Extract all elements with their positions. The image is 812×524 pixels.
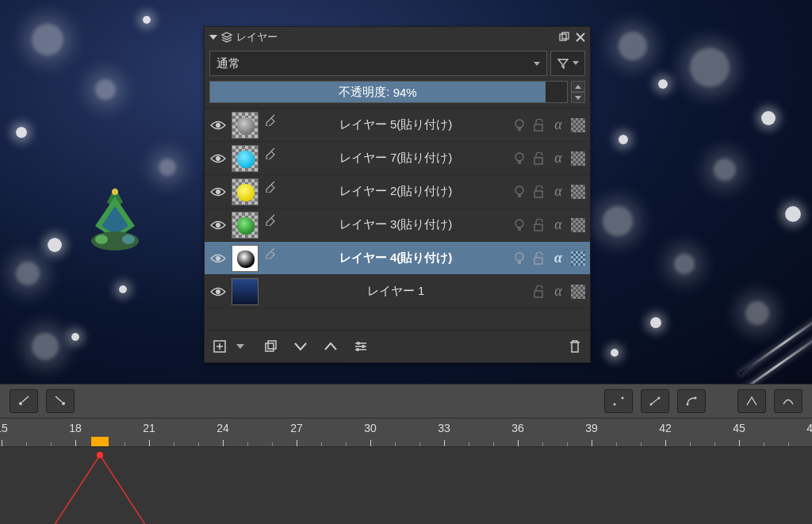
lock-toggle[interactable] xyxy=(531,218,546,232)
visibility-toggle[interactable] xyxy=(208,153,228,164)
alpha-inherit-icon[interactable] xyxy=(262,245,279,272)
close-panel-button[interactable] xyxy=(574,31,587,44)
tangent-smooth-button[interactable] xyxy=(774,389,802,413)
duplicate-layer-button[interactable] xyxy=(262,338,279,355)
alpha-inherit-icon[interactable] xyxy=(262,178,279,205)
layer-name[interactable]: レイヤー 2(貼り付け) xyxy=(279,184,512,199)
new-layer-button[interactable] xyxy=(211,338,228,355)
onion-skin-toggle[interactable] xyxy=(512,151,527,166)
layer-name[interactable]: レイヤー 1 xyxy=(279,284,512,299)
layer-select-checker[interactable] xyxy=(571,218,585,232)
onion-skin-toggle[interactable] xyxy=(512,185,527,199)
layer-name[interactable]: レイヤー 5(貼り付け) xyxy=(279,117,512,132)
alpha-lock-toggle[interactable]: α xyxy=(550,283,566,300)
svg-point-18 xyxy=(216,223,220,228)
interp-step-button[interactable] xyxy=(604,389,633,413)
alpha-lock-toggle[interactable]: α xyxy=(550,250,566,266)
blend-mode-select[interactable]: 通常 xyxy=(209,51,547,76)
onion-skin-toggle[interactable] xyxy=(512,118,527,132)
bokeh-light xyxy=(619,135,628,144)
ruler-tick-minor xyxy=(198,442,199,446)
layer-row[interactable]: レイヤー 7(貼り付け)α xyxy=(205,142,590,175)
opacity-increase-button[interactable] xyxy=(571,81,585,92)
detach-panel-button[interactable] xyxy=(558,31,571,44)
interp-bezier-button[interactable] xyxy=(677,389,706,413)
layer-row[interactable]: レイヤー 4(貼り付け)α xyxy=(205,242,590,275)
tangent-sharp-button[interactable] xyxy=(737,389,766,413)
layer-filter-button[interactable] xyxy=(550,51,585,76)
layer-select-checker[interactable] xyxy=(571,285,585,299)
visibility-toggle[interactable] xyxy=(208,120,228,131)
ruler-tick-minor xyxy=(616,442,617,446)
onion-prev-button[interactable] xyxy=(10,389,38,413)
ruler-tick-minor xyxy=(395,442,396,446)
keyframe-marker[interactable] xyxy=(97,452,103,458)
interp-linear-button[interactable] xyxy=(641,389,669,413)
ruler-tick-minor xyxy=(26,442,27,446)
lock-toggle[interactable] xyxy=(531,118,546,132)
svg-point-9 xyxy=(216,123,220,128)
layer-name[interactable]: レイヤー 3(貼り付け) xyxy=(279,217,512,232)
layer-thumbnail xyxy=(232,145,259,172)
layer-name[interactable]: レイヤー 4(貼り付け) xyxy=(279,251,512,266)
timeline-curve-area[interactable] xyxy=(0,447,812,524)
panel-footer xyxy=(205,331,590,362)
ruler-tick-minor xyxy=(764,442,764,446)
svg-rect-25 xyxy=(534,291,542,297)
layer-row[interactable]: レイヤー 5(貼り付け)α xyxy=(205,109,590,142)
onion-skin-toggle[interactable] xyxy=(512,251,527,266)
onion-next-button[interactable] xyxy=(46,389,75,413)
lock-toggle[interactable] xyxy=(531,285,546,299)
ruler-tick xyxy=(518,440,519,446)
layer-row[interactable]: レイヤー 1α xyxy=(205,275,590,308)
layer-select-checker[interactable] xyxy=(571,185,585,199)
lock-toggle[interactable] xyxy=(531,151,546,166)
move-layer-down-button[interactable] xyxy=(292,338,309,355)
visibility-toggle[interactable] xyxy=(208,286,228,297)
visibility-toggle[interactable] xyxy=(208,220,228,231)
svg-point-29 xyxy=(357,342,360,345)
opacity-decrease-button[interactable] xyxy=(571,92,585,103)
onion-skin-toggle[interactable] xyxy=(512,218,527,232)
alpha-lock-toggle[interactable]: α xyxy=(550,117,566,133)
ruler-label: 30 xyxy=(364,422,377,434)
ruler-label: 27 xyxy=(290,422,303,434)
delete-layer-button[interactable] xyxy=(566,338,584,355)
visibility-toggle[interactable] xyxy=(208,253,228,264)
bokeh-light xyxy=(761,111,776,125)
timeline-ruler[interactable]: 151821242730333639424548 xyxy=(0,419,812,447)
ruler-tick xyxy=(444,440,445,446)
layer-select-checker[interactable] xyxy=(571,151,585,166)
ruler-tick-minor xyxy=(272,442,273,446)
panel-titlebar[interactable]: レイヤー xyxy=(205,27,590,48)
alpha-lock-toggle[interactable]: α xyxy=(550,216,566,233)
move-layer-up-button[interactable] xyxy=(322,338,339,355)
alpha-lock-toggle[interactable]: α xyxy=(550,183,566,200)
svg-rect-11 xyxy=(534,124,542,131)
alpha-lock-toggle[interactable]: α xyxy=(550,150,566,166)
layer-select-checker[interactable] xyxy=(571,118,585,132)
layer-row[interactable]: レイヤー 2(貼り付け)α xyxy=(205,175,590,208)
timeline-toolbar xyxy=(0,384,812,419)
layer-row[interactable]: レイヤー 3(貼り付け)α xyxy=(205,208,590,242)
bokeh-light xyxy=(48,238,62,252)
alpha-inherit-icon[interactable] xyxy=(262,145,279,172)
ruler-tick xyxy=(75,440,76,446)
svg-point-13 xyxy=(515,153,523,161)
opacity-slider[interactable]: 不透明度: 94% xyxy=(209,81,568,103)
layer-properties-button[interactable] xyxy=(352,338,370,355)
svg-rect-27 xyxy=(266,343,274,351)
bokeh-light xyxy=(32,333,59,360)
dropdown-triangle-icon[interactable] xyxy=(209,35,217,40)
visibility-toggle[interactable] xyxy=(208,186,228,197)
alpha-inherit-icon[interactable] xyxy=(262,212,279,239)
lock-toggle[interactable] xyxy=(531,251,546,266)
layer-name[interactable]: レイヤー 7(貼り付け) xyxy=(279,151,512,166)
alpha-inherit-icon[interactable] xyxy=(262,112,279,139)
layer-select-checker[interactable] xyxy=(571,251,585,266)
lock-toggle[interactable] xyxy=(531,185,546,199)
new-layer-menu-button[interactable] xyxy=(232,338,249,355)
bokeh-light xyxy=(16,127,27,138)
playhead[interactable] xyxy=(91,437,109,446)
ruler-label: 45 xyxy=(733,422,745,434)
